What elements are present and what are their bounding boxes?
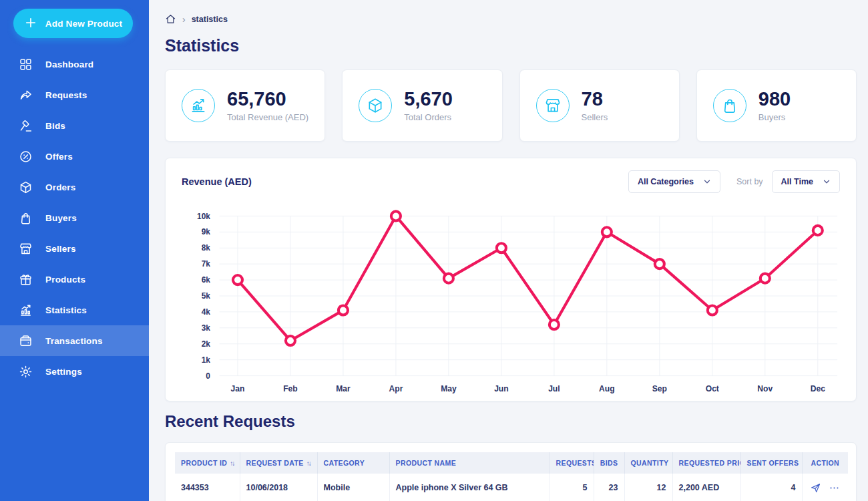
shopping-bag-icon: [19, 211, 33, 225]
page-title: Statistics: [165, 36, 857, 55]
sidebar-item-orders[interactable]: Orders: [0, 172, 149, 202]
category-filter-select[interactable]: All Categories: [628, 170, 720, 193]
sidebar-nav: DashboardRequestsBidsOffersOrdersBuyersS…: [0, 49, 149, 387]
add-new-product-button[interactable]: Add New Product: [13, 9, 133, 38]
home-icon[interactable]: [165, 13, 176, 25]
storefront-icon: [536, 89, 570, 122]
sidebar-item-label: Settings: [45, 367, 82, 377]
sort-icon[interactable]: ↑↓: [230, 460, 234, 467]
column-header-action: ACTION: [802, 452, 848, 474]
shopping-bag-icon: [713, 89, 746, 122]
chart-header: Revenue (AED) All Categories Sort by All…: [182, 170, 840, 193]
cell-sent-offers: 4: [740, 474, 802, 501]
column-header-quantity: QUANTITY: [624, 452, 672, 474]
svg-text:Feb: Feb: [283, 384, 298, 393]
column-header-request-date[interactable]: REQUEST DATE↑↓: [240, 452, 317, 474]
time-filter-value: All Time: [781, 177, 813, 186]
svg-text:May: May: [441, 384, 457, 393]
sidebar-item-sellers[interactable]: Sellers: [0, 233, 149, 264]
svg-text:Oct: Oct: [706, 384, 719, 393]
gift-box-icon: [19, 273, 33, 287]
revenue-chart-card: Revenue (AED) All Categories Sort by All…: [165, 158, 857, 401]
sort-icon[interactable]: ↑↓: [306, 460, 310, 467]
column-header-product-name: PRODUCT NAME: [389, 452, 550, 474]
svg-text:6k: 6k: [202, 275, 211, 285]
svg-text:9k: 9k: [202, 227, 211, 236]
sidebar-item-transactions[interactable]: Transactions: [0, 325, 149, 356]
stat-value: 78: [582, 89, 608, 109]
storefront-icon: [19, 242, 33, 256]
stat-card-total-orders: 5,670Total Orders: [342, 69, 502, 142]
cell-category: Mobile: [317, 474, 389, 501]
sidebar-item-statistics[interactable]: Statistics: [0, 295, 149, 325]
breadcrumb-separator: ›: [182, 15, 186, 24]
svg-text:0: 0: [206, 371, 210, 381]
svg-text:Jul: Jul: [548, 384, 560, 393]
column-header-product-id[interactable]: PRODUCT ID↑↓: [175, 452, 240, 474]
forward-arrow-icon: [19, 88, 33, 102]
svg-text:10k: 10k: [197, 212, 210, 221]
wallet-icon: [19, 334, 33, 348]
column-header-category: CATEGORY: [317, 452, 389, 474]
column-header-requested-price: REQUESTED PRICE: [672, 452, 740, 474]
stat-card-sellers: 78Sellers: [519, 69, 680, 142]
cell-product-name: Apple iphone X Silver 64 GB: [389, 474, 550, 501]
chart-growth-icon: [182, 89, 215, 122]
grid-icon: [19, 57, 33, 71]
svg-text:Dec: Dec: [811, 384, 825, 393]
stat-value: 5,670: [404, 89, 453, 109]
svg-text:Aug: Aug: [599, 384, 615, 393]
stat-label: Buyers: [758, 112, 791, 122]
sidebar-item-products[interactable]: Products: [0, 264, 149, 295]
column-header-bids: BIDS: [594, 452, 624, 474]
sort-by-label: Sort by: [736, 177, 763, 186]
recent-requests-table: PRODUCT ID↑↓REQUEST DATE↑↓CATEGORYPRODUC…: [175, 452, 848, 501]
stat-value: 980: [758, 89, 791, 109]
sidebar: Add New Product DashboardRequestsBidsOff…: [0, 0, 149, 501]
time-filter-select[interactable]: All Time: [772, 170, 840, 193]
svg-text:4k: 4k: [202, 307, 211, 317]
more-dots-icon[interactable]: [829, 482, 840, 494]
svg-text:3k: 3k: [202, 323, 211, 333]
cell-quantity: 12: [624, 474, 672, 501]
sidebar-item-dashboard[interactable]: Dashboard: [0, 49, 149, 79]
bar-chart-icon: [19, 303, 33, 317]
table-row[interactable]: 34435310/06/2018MobileApple iphone X Sil…: [175, 474, 848, 501]
cell-request-date: 10/06/2018: [240, 474, 317, 501]
category-filter-value: All Categories: [638, 177, 694, 186]
sidebar-item-offers[interactable]: Offers: [0, 141, 149, 172]
sidebar-item-settings[interactable]: Settings: [0, 356, 149, 387]
stat-label: Total Revenue (AED): [227, 112, 308, 122]
cube-icon: [19, 180, 33, 194]
sidebar-item-requests[interactable]: Requests: [0, 79, 149, 110]
cube-icon: [359, 89, 392, 122]
stat-card-buyers: 980Buyers: [696, 69, 857, 142]
cell-bids: 23: [594, 474, 624, 501]
stat-label: Sellers: [582, 112, 608, 122]
gear-icon: [19, 365, 33, 379]
sidebar-item-label: Requests: [45, 90, 87, 100]
cell-action: [802, 474, 848, 501]
svg-text:5k: 5k: [202, 291, 211, 301]
send-icon[interactable]: [810, 482, 821, 494]
svg-text:Jun: Jun: [494, 384, 509, 393]
stat-value: 65,760: [227, 89, 308, 109]
chart-title: Revenue (AED): [182, 176, 628, 187]
column-header-requests: REQUESTS: [550, 452, 594, 474]
add-new-product-label: Add New Product: [45, 19, 123, 29]
sidebar-item-buyers[interactable]: Buyers: [0, 202, 149, 233]
sidebar-item-label: Statistics: [45, 305, 87, 315]
svg-text:Nov: Nov: [757, 384, 773, 393]
sidebar-item-bids[interactable]: Bids: [0, 110, 149, 141]
table-header-row: PRODUCT ID↑↓REQUEST DATE↑↓CATEGORYPRODUC…: [175, 452, 848, 474]
svg-text:7k: 7k: [202, 259, 211, 269]
gavel-icon: [19, 119, 33, 133]
sidebar-item-label: Dashboard: [45, 59, 93, 69]
cell-product-id: 344353: [175, 474, 240, 501]
sidebar-item-label: Sellers: [45, 244, 76, 254]
recent-requests-table-card: PRODUCT ID↑↓REQUEST DATE↑↓CATEGORYPRODUC…: [165, 442, 857, 501]
svg-text:Mar: Mar: [336, 384, 351, 393]
sidebar-item-label: Products: [45, 275, 85, 285]
svg-text:2k: 2k: [202, 339, 211, 349]
main-content: › statistics Statistics 65,760Total Reve…: [149, 0, 868, 501]
